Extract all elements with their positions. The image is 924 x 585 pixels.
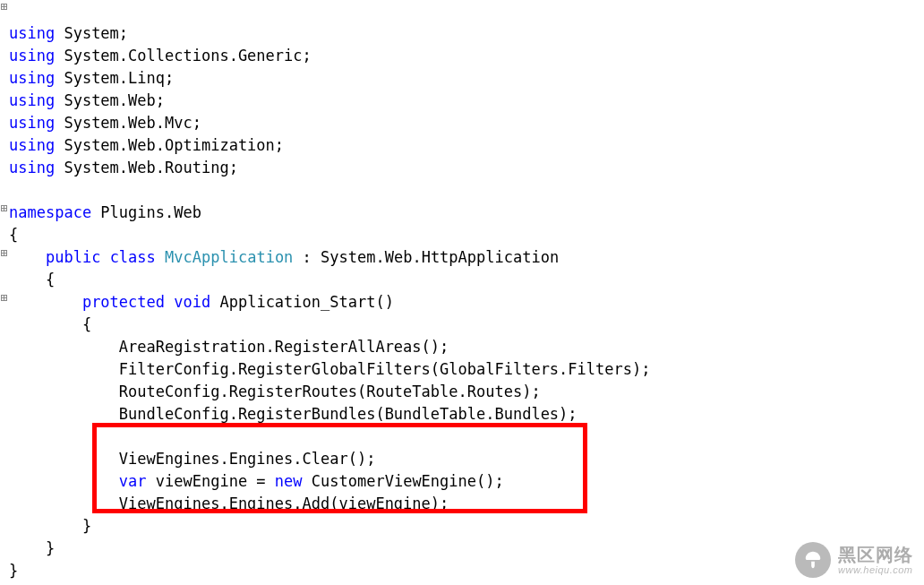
mushroom-icon bbox=[795, 542, 831, 578]
code-line: using System.Web.Optimization; bbox=[9, 136, 284, 154]
brace-close: } bbox=[9, 562, 18, 580]
code-line: namespace Plugins.Web bbox=[9, 203, 201, 221]
code-line: using System.Web.Mvc; bbox=[9, 114, 201, 132]
code-line: public class MvcApplication : System.Web… bbox=[9, 248, 559, 266]
keyword-using: using bbox=[9, 24, 55, 42]
code-line: AreaRegistration.RegisterAllAreas(); bbox=[9, 338, 449, 356]
code-line: using System.Web.Routing; bbox=[9, 159, 238, 176]
brace-line: { bbox=[9, 315, 91, 333]
blank-line bbox=[9, 181, 18, 199]
code-line: protected void Application_Start() bbox=[9, 293, 394, 311]
code-line: using System.Web; bbox=[9, 91, 165, 109]
watermark: 黑区网络 www.heiqu.com bbox=[795, 542, 913, 578]
code-line: using System.Linq; bbox=[9, 69, 174, 87]
code-fold-gutter bbox=[0, 0, 8, 585]
code-line: using System.Collections.Generic; bbox=[9, 47, 312, 65]
brace-line: } bbox=[9, 517, 91, 535]
code-line: ViewEngines.Engines.Clear(); bbox=[9, 450, 375, 468]
code-line: FilterConfig.RegisterGlobalFilters(Globa… bbox=[9, 360, 650, 378]
code-line: var viewEngine = new CustomerViewEngine(… bbox=[9, 472, 504, 490]
blank-line bbox=[9, 427, 18, 445]
watermark-url: www.heiqu.com bbox=[838, 564, 913, 575]
keyword-namespace: namespace bbox=[9, 203, 91, 221]
watermark-text: 黑区网络 www.heiqu.com bbox=[838, 545, 913, 575]
brace-line: { bbox=[9, 271, 55, 288]
code-line: using System; bbox=[9, 24, 128, 42]
code-line: RouteConfig.RegisterRoutes(RouteTable.Ro… bbox=[9, 383, 541, 400]
code-line: ViewEngines.Engines.Add(viewEngine); bbox=[9, 495, 449, 512]
type-name: MvcApplication bbox=[165, 248, 293, 266]
brace-open: { bbox=[9, 226, 18, 244]
code-line: BundleConfig.RegisterBundles(BundleTable… bbox=[9, 405, 578, 423]
watermark-title: 黑区网络 bbox=[838, 545, 913, 564]
code-block: using System; using System.Collections.G… bbox=[9, 0, 650, 582]
brace-line: } bbox=[9, 539, 55, 557]
